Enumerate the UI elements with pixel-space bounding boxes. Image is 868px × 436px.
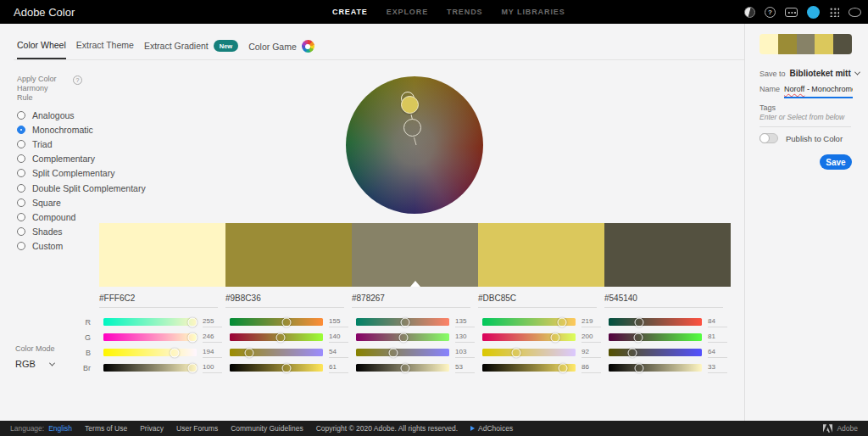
slider-value-input[interactable]: 103 [455,348,475,358]
slider-value-input[interactable]: 92 [581,348,601,358]
g-slider[interactable]: 200 [482,333,576,341]
hex-input[interactable]: #545140 [604,293,723,308]
color-mode-select[interactable]: RGB [15,359,55,369]
slider-handle[interactable] [245,348,254,357]
avatar[interactable] [807,6,820,19]
slider-value-input[interactable]: 81 [708,333,727,343]
tab-extract-theme[interactable]: Extract Theme [76,40,134,58]
library-select[interactable]: Save to Biblioteket mitt [760,69,860,78]
harmony-help-icon[interactable]: ? [73,75,82,85]
r-slider[interactable]: 155 [230,318,323,326]
feedback-icon[interactable] [785,8,798,17]
b-slider[interactable]: 103 [356,349,449,356]
slider-handle[interactable] [399,333,409,342]
slider-value-input[interactable]: 54 [329,348,348,358]
slider-value-input[interactable]: 246 [203,333,222,343]
contrast-icon[interactable] [744,7,755,18]
b-slider[interactable]: 92 [482,349,576,356]
hex-input[interactable]: #9B8C36 [225,293,344,308]
g-slider[interactable]: 130 [356,333,449,341]
harmony-rule-monochromatic[interactable]: Monochromatic [17,122,127,137]
harmony-rule-split-complementary[interactable]: Split Complementary [17,166,127,181]
slider-value-input[interactable]: 135 [455,317,475,327]
footer-link-terms-of-use[interactable]: Terms of Use [85,424,127,433]
harmony-rule-analogous[interactable]: Analogous [17,108,127,122]
g-slider[interactable]: 246 [103,333,197,341]
slider-handle[interactable] [633,333,643,342]
tab-color-game[interactable]: Color Game [248,40,314,60]
br-slider[interactable]: 61 [230,364,323,372]
slider-value-input[interactable]: 84 [708,317,727,327]
nav-explore[interactable]: EXPLORE [387,8,428,16]
r-slider[interactable]: 255 [103,318,197,326]
br-slider[interactable]: 100 [103,364,197,372]
creative-cloud-icon[interactable] [849,8,861,17]
br-slider[interactable]: 53 [356,364,449,372]
apps-grid-icon[interactable] [829,7,839,17]
slider-value-input[interactable]: 100 [203,363,222,373]
slider-handle[interactable] [188,317,198,327]
slider-handle[interactable] [389,348,398,357]
harmony-rule-triad[interactable]: Triad [17,137,127,151]
g-slider[interactable]: 81 [609,333,702,341]
swatch--545140[interactable] [604,223,731,287]
slider-handle[interactable] [170,348,179,357]
harmony-rule-compound[interactable]: Compound [17,210,127,224]
slider-value-input[interactable]: 130 [455,333,475,343]
slider-value-input[interactable]: 194 [203,348,222,358]
slider-handle[interactable] [511,348,520,357]
slider-value-input[interactable]: 140 [329,333,348,343]
slider-handle[interactable] [401,317,410,327]
save-button[interactable]: Save [820,154,852,170]
b-slider[interactable]: 194 [103,349,197,356]
nav-my-libraries[interactable]: MY LIBRARIES [501,8,565,16]
br-slider[interactable]: 33 [609,364,702,372]
tab-extract-gradient[interactable]: Extract GradientNew [144,40,238,59]
hex-input[interactable]: #DBC85C [478,293,597,308]
br-slider[interactable]: 86 [482,364,576,372]
hex-input[interactable]: #878267 [352,293,470,308]
slider-value-input[interactable]: 64 [708,348,727,358]
language-select[interactable]: English [48,424,72,433]
swatch--878267[interactable] [352,223,478,287]
slider-value-input[interactable]: 86 [581,363,601,373]
nav-create[interactable]: CREATE [332,8,368,16]
hex-input[interactable]: #FFF6C2 [99,293,218,308]
slider-value-input[interactable]: 219 [581,317,601,327]
wheel-marker-active[interactable] [401,96,419,114]
footer-link-community-guidelines[interactable]: Community Guidelines [231,424,303,433]
swatch--9b8c36[interactable] [225,223,352,287]
harmony-rule-double-split-complementary[interactable]: Double Split Complementary [17,181,127,195]
help-icon[interactable]: ? [765,7,776,18]
slider-value-input[interactable]: 61 [329,363,348,373]
slider-handle[interactable] [627,348,637,357]
name-input[interactable]: Noroff - Monochrome [784,85,853,98]
swatch--dbc85c[interactable] [478,223,604,287]
slider-value-input[interactable]: 200 [581,333,601,343]
tab-color-wheel[interactable]: Color Wheel [17,40,66,59]
b-slider[interactable]: 54 [230,349,323,356]
footer-link-privacy[interactable]: Privacy [140,424,164,433]
slider-handle[interactable] [551,333,560,342]
slider-handle[interactable] [281,317,291,327]
g-slider[interactable]: 140 [230,333,323,341]
color-wheel[interactable] [346,76,483,214]
harmony-rule-square[interactable]: Square [17,195,127,210]
tags-input[interactable]: Enter or Select from below [760,113,851,127]
slider-handle[interactable] [558,363,567,372]
slider-handle[interactable] [558,317,567,327]
r-slider[interactable]: 135 [356,318,449,326]
wheel-marker-base[interactable] [403,119,421,137]
slider-value-input[interactable]: 53 [455,363,475,373]
slider-handle[interactable] [188,363,198,372]
r-slider[interactable]: 84 [609,318,702,326]
slider-value-input[interactable]: 33 [708,363,727,373]
slider-handle[interactable] [635,317,644,327]
harmony-rule-complementary[interactable]: Complementary [17,152,127,166]
r-slider[interactable]: 219 [482,318,576,326]
slider-handle[interactable] [635,363,644,372]
slider-handle[interactable] [282,363,292,372]
slider-handle[interactable] [276,333,286,342]
slider-value-input[interactable]: 155 [329,317,348,327]
slider-handle[interactable] [401,363,410,372]
